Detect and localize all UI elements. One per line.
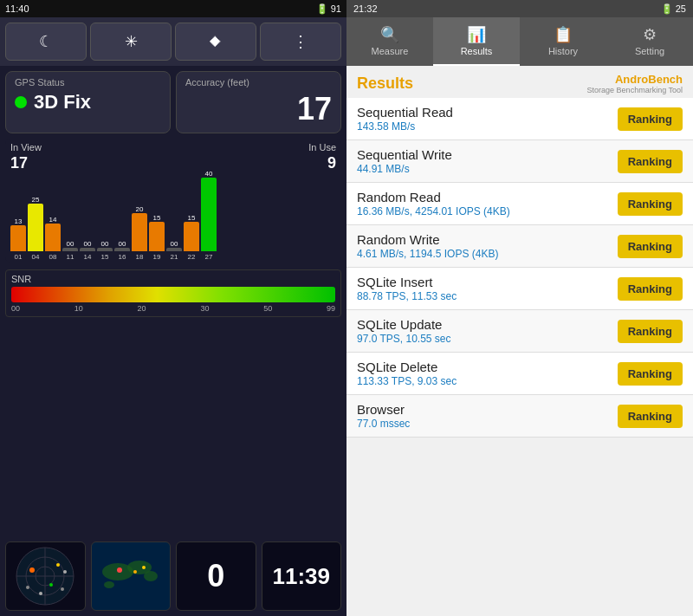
bar-bottom-label: 22 (188, 253, 196, 261)
result-item-5: SQLite Update97.0 TPS, 10.55 secRanking (346, 310, 693, 353)
result-info-6: SQLite Delete113.33 TPS, 9.03 sec (357, 360, 618, 387)
left-panel: 11:40 🔋 91 ☾ ✳ ⯁ ⋮ GPS Status 3D Fix Acc… (0, 0, 346, 616)
bar-bottom-label: 21 (171, 253, 178, 261)
bar-rect (80, 248, 95, 251)
result-name-1: Sequential Write (357, 147, 618, 162)
bar-bottom-label: 15 (101, 253, 109, 261)
tabs-bar: 🔍Measure📊Results📋History⚙Setting (346, 17, 693, 66)
svg-point-18 (133, 570, 137, 574)
svg-point-11 (63, 570, 67, 574)
result-value-3: 4.61 MB/s, 1194.5 IOPS (4KB) (357, 248, 618, 260)
svg-point-19 (142, 566, 146, 569)
bar-rect (45, 224, 61, 251)
result-info-3: Random Write4.61 MB/s, 1194.5 IOPS (4KB) (357, 232, 618, 260)
tab-icon-setting: ⚙ (643, 25, 657, 44)
radar-svg (15, 546, 75, 606)
moon-button[interactable]: ☾ (5, 23, 87, 61)
bar-top-label: 40 (205, 171, 213, 178)
bar-bottom-label: 27 (205, 253, 213, 261)
chart-nums: 17 9 (10, 154, 336, 172)
bar-rect (10, 225, 26, 251)
result-item-7: Browser77.0 mssecRanking (346, 395, 693, 438)
ranking-button-7[interactable]: Ranking (618, 405, 683, 428)
tab-results[interactable]: 📊Results (433, 17, 520, 66)
androbench-logo: AndroBench Storage Benchmarking Tool (587, 73, 683, 94)
result-value-2: 16.36 MB/s, 4254.01 IOPS (4KB) (357, 205, 618, 217)
battery-right: 🔋 25 (661, 3, 686, 15)
tab-icon-measure: 🔍 (380, 25, 399, 44)
time-left: 11:40 (5, 3, 29, 14)
result-info-7: Browser77.0 mssec (357, 402, 618, 430)
tab-history[interactable]: 📋History (520, 17, 606, 66)
bar-rect (201, 178, 217, 251)
result-value-4: 88.78 TPS, 11.53 sec (357, 290, 618, 302)
time-right: 21:32 (353, 3, 378, 14)
accuracy-value: 17 (185, 91, 332, 127)
bar-col-04: 2504 (28, 197, 43, 261)
bar-bottom-label: 16 (119, 253, 126, 261)
result-value-6: 113.33 TPS, 9.03 sec (357, 375, 618, 387)
bottom-widgets: 0 11:39 (0, 536, 346, 616)
ranking-button-4[interactable]: Ranking (618, 277, 683, 301)
bar-top-label: 00 (171, 241, 178, 248)
bar-top-label: 00 (67, 241, 74, 248)
bar-top-label: 15 (153, 215, 161, 222)
snr-label: SNR (11, 274, 335, 284)
result-name-2: Random Read (357, 190, 618, 204)
status-bar-right: 21:32 🔋 25 (346, 0, 693, 17)
gps-label: GPS Status (15, 77, 161, 88)
accuracy-box: Accuracy (feet) 17 (176, 71, 341, 133)
ranking-button-2[interactable]: Ranking (618, 192, 683, 216)
tab-icon-results: 📊 (467, 25, 486, 44)
result-value-1: 44.91 MB/s (357, 163, 618, 175)
more-button[interactable]: ⋮ (260, 23, 341, 61)
snr-tick: 99 (327, 304, 335, 313)
bar-col-08: 1408 (45, 217, 61, 261)
in-use-label: In Use (308, 142, 336, 152)
result-value-7: 77.0 mssec (357, 418, 618, 430)
asterisk-button[interactable]: ✳ (90, 23, 172, 61)
bar-bottom-label: 19 (153, 253, 161, 261)
tab-label-history: History (548, 46, 578, 56)
snr-tick: 20 (138, 304, 146, 313)
tab-setting[interactable]: ⚙Setting (606, 17, 693, 66)
share-button[interactable]: ⯁ (175, 23, 256, 61)
bar-col-15: 0015 (97, 241, 113, 261)
radar-widget (5, 541, 86, 611)
ranking-button-0[interactable]: Ranking (618, 107, 683, 131)
svg-point-16 (104, 581, 114, 588)
bar-col-22: 1522 (184, 215, 199, 261)
bar-col-16: 0016 (114, 241, 130, 261)
svg-point-8 (26, 586, 29, 589)
bar-col-27: 4027 (201, 171, 217, 261)
result-info-1: Sequential Write44.91 MB/s (357, 147, 618, 175)
accuracy-label: Accuracy (feet) (185, 77, 332, 88)
result-value-5: 97.0 TPS, 10.55 sec (357, 333, 618, 345)
status-bar-left: 11:40 🔋 91 (0, 0, 346, 17)
bar-col-19: 1519 (149, 215, 165, 261)
result-value-0: 143.58 MB/s (357, 120, 618, 133)
bar-rect (28, 204, 43, 251)
svg-point-10 (39, 592, 42, 595)
bar-top-label: 14 (49, 217, 57, 224)
tab-measure[interactable]: 🔍Measure (346, 17, 433, 66)
bar-bottom-label: 01 (15, 253, 23, 261)
bar-rect (62, 248, 78, 251)
result-item-0: Sequential Read143.58 MB/sRanking (346, 98, 693, 140)
clock-widget: 11:39 (262, 541, 342, 611)
result-name-3: Random Write (357, 232, 618, 247)
bar-top-label: 13 (15, 218, 23, 225)
world-map-svg (92, 546, 170, 606)
ranking-button-5[interactable]: Ranking (618, 320, 683, 343)
ranking-button-6[interactable]: Ranking (618, 362, 683, 386)
result-name-0: Sequential Read (357, 105, 618, 120)
ranking-button-1[interactable]: Ranking (618, 150, 683, 173)
result-info-4: SQLite Insert88.78 TPS, 11.53 sec (357, 275, 618, 302)
svg-point-7 (49, 583, 53, 587)
ranking-button-3[interactable]: Ranking (618, 235, 683, 258)
snr-bar (11, 287, 335, 302)
gps-value: 3D Fix (15, 91, 161, 113)
androbench-name: AndroBench (615, 73, 683, 86)
svg-point-9 (61, 587, 64, 591)
battery-left: 🔋 91 (316, 3, 341, 15)
